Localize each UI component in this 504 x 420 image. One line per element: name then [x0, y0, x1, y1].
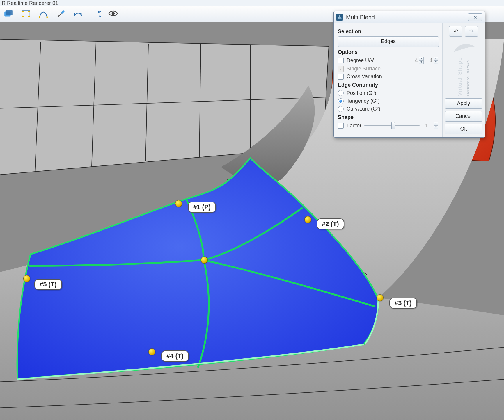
edge-handle-center[interactable]	[201, 257, 208, 264]
redo-icon: ↷	[469, 28, 474, 35]
window-titlebar: R Realtime Renderer 01	[0, 0, 504, 7]
edge-badge-1[interactable]: #1 (P)	[188, 202, 216, 213]
continuity-position-label: Position (G⁰)	[347, 90, 376, 96]
dialog-titlebar[interactable]: Multi Blend ✕	[334, 11, 485, 23]
chevron-up-icon[interactable]: ▲	[434, 57, 438, 60]
single-surface-row: ✓ Single Surface	[338, 66, 438, 72]
dialog-main: Selection Edges Options Degree U/V 4 ▲▼ …	[334, 23, 442, 137]
undo-icon: ↶	[453, 28, 458, 35]
window-title: R Realtime Renderer 01	[2, 0, 58, 6]
eye-icon	[108, 8, 118, 20]
dialog-app-icon	[336, 14, 343, 21]
edge-badge-5[interactable]: #5 (T)	[34, 279, 62, 290]
selection-section-label: Selection	[338, 29, 438, 35]
single-surface-label: Single Surface	[347, 66, 381, 72]
degree-u-value: 4	[411, 58, 418, 64]
redo-button[interactable]: ↷	[465, 26, 478, 37]
svg-point-7	[39, 16, 40, 18]
cancel-button[interactable]: Cancel	[445, 111, 482, 122]
svg-rect-1	[6, 10, 13, 15]
apply-button[interactable]: Apply	[445, 98, 482, 109]
close-icon: ✕	[473, 15, 477, 20]
svg-point-6	[28, 16, 30, 17]
factor-spinner[interactable]: 1.0 ▲▼	[423, 122, 438, 129]
single-surface-checkbox: ✓	[338, 66, 344, 72]
degree-label: Degree U/V	[347, 58, 374, 64]
chevron-up-icon[interactable]: ▲	[434, 122, 438, 126]
continuity-tangency-label: Tangency (G¹)	[347, 98, 380, 104]
factor-label: Factor	[347, 123, 361, 129]
brand-swoosh-icon	[452, 41, 475, 55]
svg-point-9	[112, 12, 115, 15]
cross-variation-row: Cross Variation	[338, 74, 438, 80]
continuity-curvature-row[interactable]: Curvature (G²)	[338, 106, 438, 112]
chevron-down-icon[interactable]: ▼	[434, 126, 438, 129]
dialog-side: ↶ ↷ Virtual Shape Licensed to: Burrows A…	[442, 23, 485, 137]
factor-row: Factor 1.0 ▲▼	[338, 122, 438, 129]
degree-row: Degree U/V 4 ▲▼ 4 ▲▼	[338, 57, 438, 64]
edge-continuity-section-label: Edge Continuity	[338, 82, 438, 88]
degree-v-value: 4	[425, 58, 432, 64]
degree-u-spinner[interactable]: 4 ▲▼	[411, 57, 424, 64]
edges-button[interactable]: Edges	[338, 36, 439, 47]
edge-handle-3[interactable]	[377, 294, 384, 301]
options-section-label: Options	[338, 49, 438, 55]
degree-checkbox[interactable]	[338, 58, 344, 63]
factor-value: 1.0	[423, 123, 432, 129]
continuity-position-radio[interactable]	[338, 90, 344, 96]
factor-slider[interactable]	[364, 125, 420, 126]
svg-point-3	[22, 11, 24, 12]
tool-sweep[interactable]	[73, 8, 84, 19]
continuity-curvature-radio[interactable]	[338, 106, 344, 112]
cross-variation-label: Cross Variation	[347, 74, 382, 80]
chevron-up-icon[interactable]: ▲	[419, 57, 424, 60]
chevron-down-icon[interactable]: ▼	[434, 60, 438, 64]
edge-handle-1[interactable]	[175, 200, 182, 207]
multiblend-dialog: Multi Blend ✕ Selection Edges Options De…	[333, 11, 485, 138]
tool-revolve[interactable]	[90, 8, 101, 19]
chevron-down-icon[interactable]: ▼	[419, 60, 424, 64]
svg-point-4	[28, 11, 30, 12]
license-text: Licensed to: Burrows	[466, 57, 470, 96]
ok-button[interactable]: Ok	[445, 124, 482, 134]
brand-text: Virtual Shape	[457, 57, 463, 96]
tool-probe[interactable]	[55, 8, 66, 19]
svg-point-5	[22, 16, 24, 17]
tool-patch[interactable]	[20, 8, 31, 19]
edge-badge-4[interactable]: #4 (T)	[161, 350, 189, 362]
shape-section-label: Shape	[338, 114, 438, 120]
factor-slider-thumb[interactable]	[391, 122, 395, 129]
cross-variation-checkbox[interactable]	[338, 74, 344, 80]
undo-button[interactable]: ↶	[449, 26, 462, 37]
dialog-title: Multi Blend	[346, 14, 465, 21]
degree-v-spinner[interactable]: 4 ▲▼	[425, 57, 438, 64]
edge-handle-2[interactable]	[304, 216, 311, 223]
edge-handle-4[interactable]	[148, 348, 155, 355]
edge-badge-2[interactable]: #2 (T)	[317, 218, 344, 229]
brand-area: Virtual Shape Licensed to: Burrows	[445, 39, 482, 96]
continuity-tangency-row[interactable]: Tangency (G¹)	[338, 98, 438, 104]
continuity-curvature-label: Curvature (G²)	[347, 106, 380, 112]
continuity-tangency-radio[interactable]	[338, 98, 344, 104]
edge-badge-3[interactable]: #3 (T)	[389, 298, 417, 309]
continuity-position-row[interactable]: Position (G⁰)	[338, 90, 438, 96]
svg-point-8	[46, 16, 48, 18]
factor-checkbox[interactable]	[338, 123, 344, 129]
tool-curve[interactable]	[38, 8, 49, 19]
tool-visibility[interactable]	[108, 8, 119, 19]
close-button[interactable]: ✕	[468, 13, 482, 21]
edge-handle-5[interactable]	[23, 275, 30, 282]
tool-surface[interactable]	[3, 8, 14, 19]
